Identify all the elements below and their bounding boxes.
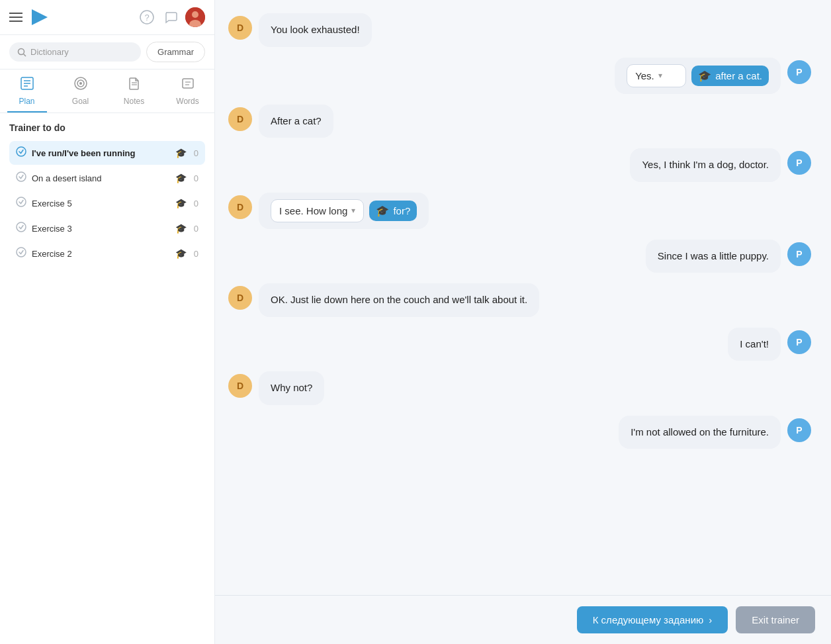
message-bubble-8: I can't! [728, 328, 781, 361]
header-icons: ? [138, 7, 205, 27]
trainer-item-2[interactable]: Exercise 5 🎓 0 [9, 191, 205, 215]
trainer-item-left-0: I've run/I've been running [16, 146, 135, 160]
hat-icon-0: 🎓 [175, 148, 187, 158]
trainer-item-label-0: I've run/I've been running [32, 148, 135, 158]
hint-badge-2: 🎓 for? [369, 201, 417, 221]
check-icon-1 [16, 171, 26, 185]
hat-icon-4: 🎓 [175, 248, 187, 259]
message-bubble-7: OK. Just lie down here on the couch and … [259, 283, 539, 317]
message-row-1: D You look exhausted! [228, 13, 811, 47]
message-row-2: P Yes. ▾ 🎓 after a cat. [228, 58, 811, 94]
main-content: D You look exhausted! P Yes. ▾ 🎓 after a… [215, 0, 831, 644]
trainer-item-count-4: 0 [191, 249, 198, 259]
dropdown-value: Yes. [635, 70, 654, 81]
message-row-8: P I can't! [228, 328, 811, 361]
tab-words[interactable]: Words [168, 76, 208, 113]
plan-icon [20, 76, 34, 94]
help-icon[interactable]: ? [138, 8, 156, 26]
search-icon [17, 48, 26, 57]
goal-icon [73, 76, 88, 94]
message-row-4: P Yes, I think I'm a dog, doctor. [228, 148, 811, 182]
hat-icon-3: 🎓 [175, 223, 187, 234]
trainer-item-count-0: 0 [191, 148, 198, 158]
sidebar-header: ? [0, 0, 214, 35]
speaker-avatar-d7: D [228, 286, 252, 310]
check-icon-3 [16, 222, 26, 235]
message-bubble-6: Since I was a little puppy. [646, 240, 781, 273]
grammar-button[interactable]: Grammar [146, 42, 205, 62]
header-left [9, 7, 50, 28]
trainer-item-left-2: Exercise 5 [16, 197, 72, 210]
trainer-item-left-4: Exercise 2 [16, 247, 72, 260]
exit-trainer-button[interactable]: Exit trainer [736, 606, 815, 633]
chevron-down-icon-2: ▾ [351, 206, 355, 215]
tab-notes[interactable]: Notes [114, 76, 154, 113]
message-row-6: P Since I was a little puppy. [228, 240, 811, 273]
svg-point-6 [19, 48, 24, 54]
trainer-item-label-3: Exercise 3 [32, 224, 72, 234]
check-icon-4 [16, 247, 26, 260]
chat-icon[interactable] [161, 8, 180, 26]
trainer-item-label-2: Exercise 5 [32, 199, 72, 208]
svg-rect-17 [183, 79, 193, 88]
message-bubble-1: You look exhausted! [259, 13, 372, 47]
trainer-item-label-4: Exercise 2 [32, 249, 72, 259]
next-task-label: К следующему заданию [593, 614, 704, 625]
speaker-avatar-p4: P [787, 151, 811, 175]
trainer-item-right-0: 🎓 0 [175, 148, 198, 158]
message-bubble-5: I see. How long ▾ 🎓 for? [259, 193, 429, 229]
trainer-item-count-3: 0 [191, 224, 198, 234]
trainer-item-4[interactable]: Exercise 2 🎓 0 [9, 242, 205, 265]
chat-area: D You look exhausted! P Yes. ▾ 🎓 after a… [215, 0, 831, 595]
notes-icon [127, 76, 142, 94]
search-placeholder: Dictionary [30, 47, 69, 57]
trainer-item-0[interactable]: I've run/I've been running 🎓 0 [9, 141, 205, 165]
message-row-3: D After a cat? [228, 105, 811, 138]
user-avatar[interactable] [185, 7, 205, 27]
dropdown-how-long[interactable]: I see. How long ▾ [271, 199, 364, 222]
message-row-9: D Why not? [228, 371, 811, 405]
dropdown-yes[interactable]: Yes. ▾ [627, 64, 686, 87]
trainer-item-left-1: On a desert island [16, 171, 102, 185]
logo-icon [29, 7, 50, 28]
check-icon-2 [16, 197, 26, 210]
trainer-item-3[interactable]: Exercise 3 🎓 0 [9, 216, 205, 240]
hat-icon-2: 🎓 [175, 198, 187, 208]
hat-icon-1: 🎓 [175, 173, 187, 183]
check-icon-0 [16, 146, 26, 160]
search-bar: Dictionary Grammar [0, 35, 214, 69]
tab-plan[interactable]: Plan [7, 76, 47, 113]
speaker-avatar-p2: P [787, 60, 811, 84]
speaker-avatar-d9: D [228, 374, 252, 398]
message-bubble-2: Yes. ▾ 🎓 after a cat. [615, 58, 781, 94]
graduation-hat-icon-1: 🎓 [698, 69, 711, 82]
speaker-avatar-p10: P [787, 418, 811, 442]
words-icon [181, 76, 195, 94]
trainer-section: Trainer to do I've run/I've been running… [0, 113, 214, 644]
svg-point-24 [17, 248, 26, 257]
svg-marker-0 [32, 9, 48, 25]
tab-words-label: Words [176, 97, 198, 106]
speaker-avatar-p6: P [787, 242, 811, 266]
message-row-10: P I'm not allowed on the furniture. [228, 416, 811, 449]
svg-point-21 [17, 172, 26, 181]
speaker-avatar-d3: D [228, 107, 252, 131]
chat-footer: К следующему заданию › Exit trainer [215, 595, 831, 644]
tab-goal[interactable]: Goal [61, 76, 101, 113]
message-bubble-3: After a cat? [259, 105, 333, 138]
trainer-item-right-4: 🎓 0 [175, 248, 198, 259]
message-row-7: D OK. Just lie down here on the couch an… [228, 283, 811, 317]
trainer-item-1[interactable]: On a desert island 🎓 0 [9, 166, 205, 190]
graduation-hat-icon-2: 🎓 [376, 205, 389, 217]
trainer-item-label-1: On a desert island [32, 173, 102, 183]
hint-text-2: for? [393, 205, 410, 216]
hamburger-icon[interactable] [9, 13, 22, 22]
dictionary-search[interactable]: Dictionary [9, 42, 141, 62]
message-bubble-4: Yes, I think I'm a dog, doctor. [630, 148, 781, 182]
trainer-item-right-1: 🎓 0 [175, 173, 198, 183]
next-task-button[interactable]: К следующему заданию › [577, 606, 728, 633]
svg-point-22 [17, 197, 26, 207]
trainer-item-right-3: 🎓 0 [175, 223, 198, 234]
hint-text-1: after a cat. [715, 70, 762, 81]
svg-point-20 [17, 147, 26, 156]
